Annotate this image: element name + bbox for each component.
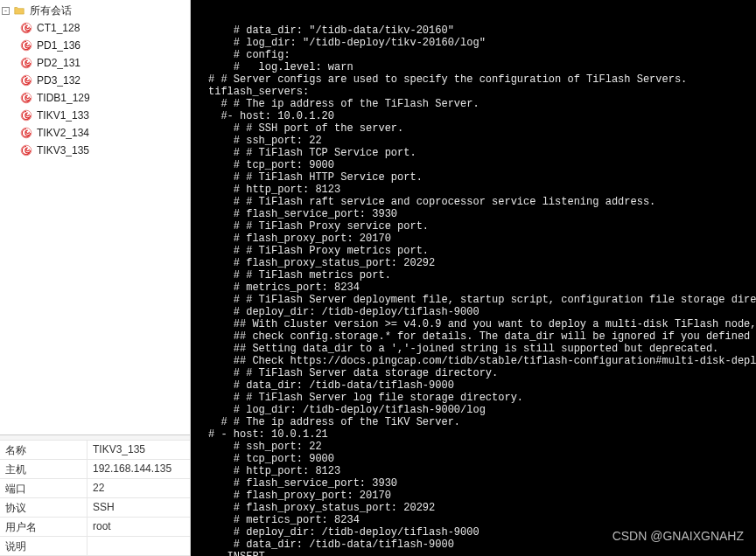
terminal-line: # ssh_port: 22 (208, 441, 752, 453)
session-icon (19, 38, 33, 52)
session-sidebar: - 所有会话 CT1_128PD1_136PD2_131PD3_132TIDB1… (0, 0, 191, 556)
session-icon (19, 126, 33, 140)
terminal-line: # # Server configs are used to specify t… (208, 73, 752, 86)
session-icon (19, 21, 33, 35)
terminal-line: # flash_proxy_port: 20170 (208, 490, 752, 502)
terminal-line: # log_dir: /tidb-deploy/tiflash-9000/log (208, 404, 752, 416)
property-row: 协议SSH (0, 498, 190, 518)
terminal-line: # flash_proxy_status_port: 20292 (208, 502, 752, 514)
terminal-line: ## With cluster version >= v4.0.9 and yo… (208, 318, 752, 330)
terminal-line: # # TiFlash Server data storage director… (208, 367, 752, 379)
terminal-line: # # TiFlash raft service and coprocessor… (208, 196, 752, 208)
property-row: 名称TIKV3_135 (0, 441, 190, 460)
terminal-line: # data_dir: "/tidb-data/tikv-20160" (208, 24, 752, 37)
property-key: 用户名 (0, 518, 88, 536)
tree-root[interactable]: - 所有会话 (0, 2, 190, 19)
terminal-line: ## Setting data_dir to a ','-joined stri… (208, 343, 752, 355)
terminal-line: -- INSERT -- (208, 551, 752, 556)
terminal-line: ## Check https://docs.pingcap.com/tidb/s… (208, 355, 752, 367)
terminal-line: # # TiFlash Proxy metrics port. (208, 245, 752, 257)
terminal-line: # data_dir: /tidb-data/tiflash-9000 (208, 379, 752, 392)
session-item[interactable]: PD3_132 (19, 72, 190, 89)
terminal-content: # data_dir: "/tidb-data/tikv-20160" # lo… (208, 24, 752, 556)
terminal-line: # tcp_port: 9000 (208, 159, 752, 171)
property-value[interactable] (88, 537, 190, 555)
session-label: TIDB1_129 (37, 92, 90, 104)
terminal-line: # config: (208, 49, 752, 61)
terminal-line: tiflash_servers: (208, 86, 752, 98)
session-item[interactable]: PD2_131 (19, 54, 190, 72)
session-item[interactable]: TIKV3_135 (19, 142, 190, 159)
property-row: 说明 (0, 537, 190, 556)
session-item[interactable]: TIKV1_133 (19, 107, 190, 124)
terminal-line: # # SSH port of the server. (208, 122, 752, 135)
property-row: 主机192.168.144.135 (0, 460, 190, 479)
property-key: 名称 (0, 441, 88, 459)
terminal-line: ## check config.storage.* for details. T… (208, 330, 752, 343)
terminal-line: # # TiFlash Server log file storage dire… (208, 392, 752, 404)
terminal-line: # flash_proxy_port: 20170 (208, 233, 752, 245)
session-label: PD2_131 (37, 57, 80, 69)
session-icon (19, 73, 33, 87)
terminal-line: # # TiFlash Server deployment file, star… (208, 294, 752, 306)
terminal-line: # # TiFlash metrics port. (208, 269, 752, 281)
session-item[interactable]: TIDB1_129 (19, 89, 190, 107)
property-value[interactable]: 192.168.144.135 (88, 460, 190, 478)
terminal-line: # metrics_port: 8234 (208, 514, 752, 526)
terminal-line: # http_port: 8123 (208, 465, 752, 477)
session-label: CT1_128 (37, 22, 80, 34)
session-tree: - 所有会话 CT1_128PD1_136PD2_131PD3_132TIDB1… (0, 0, 190, 434)
session-label: PD1_136 (37, 39, 80, 52)
property-value[interactable]: SSH (88, 498, 190, 517)
terminal-line: # deploy_dir: /tidb-deploy/tiflash-9000 (208, 306, 752, 318)
session-label: TIKV2_134 (37, 127, 89, 139)
property-key: 说明 (0, 537, 88, 555)
terminal-line: # http_port: 8123 (208, 184, 752, 196)
property-value[interactable]: 22 (88, 479, 190, 497)
session-icon (19, 56, 33, 70)
session-icon (19, 143, 33, 157)
property-row: 端口22 (0, 479, 190, 498)
terminal-line: # flash_proxy_status_port: 20292 (208, 257, 752, 269)
terminal-line: # deploy_dir: /tidb-deploy/tiflash-9000 (208, 526, 752, 539)
terminal-line: # - host: 10.0.1.21 (208, 428, 752, 441)
session-label: TIKV1_133 (37, 109, 89, 122)
property-row: 用户名root (0, 518, 190, 537)
terminal-line: # # TiFlash Proxy service port. (208, 220, 752, 233)
property-key: 主机 (0, 460, 88, 478)
terminal-line: # # The ip address of the TiKV Server. (208, 416, 752, 428)
terminal-line: # flash_service_port: 3930 (208, 477, 752, 490)
property-grid: 名称TIKV3_135主机192.168.144.135端口22协议SSH用户名… (0, 434, 190, 556)
tree-expander-icon[interactable]: - (2, 7, 10, 15)
terminal-line: # metrics_port: 8234 (208, 281, 752, 294)
session-label: PD3_132 (37, 74, 80, 87)
property-key: 端口 (0, 479, 88, 497)
terminal-line: # data_dir: /tidb-data/tiflash-9000 (208, 539, 752, 551)
terminal-line: # # The ip address of the TiFlash Server… (208, 98, 752, 110)
property-key: 协议 (0, 498, 88, 517)
session-item[interactable]: CT1_128 (19, 19, 190, 37)
folder-icon (12, 3, 26, 17)
tree-children: CT1_128PD1_136PD2_131PD3_132TIDB1_129TIK… (0, 19, 190, 159)
terminal-line: # # TiFlash TCP Service port. (208, 147, 752, 159)
session-icon (19, 91, 33, 105)
property-value[interactable]: root (88, 518, 190, 536)
app-root: - 所有会话 CT1_128PD1_136PD2_131PD3_132TIDB1… (0, 0, 756, 556)
session-label: TIKV3_135 (37, 144, 89, 156)
terminal-line: # tcp_port: 9000 (208, 453, 752, 465)
tree-root-label: 所有会话 (30, 3, 72, 18)
terminal-line: # ssh_port: 22 (208, 135, 752, 147)
session-item[interactable]: PD1_136 (19, 37, 190, 54)
terminal-line: # flash_service_port: 3930 (208, 208, 752, 220)
terminal-line: # log.level: warn (208, 61, 752, 73)
terminal[interactable]: # data_dir: "/tidb-data/tikv-20160" # lo… (191, 0, 756, 556)
terminal-line: # log_dir: "/tidb-deploy/tikv-20160/log" (208, 37, 752, 49)
terminal-line: # # TiFlash HTTP Service port. (208, 171, 752, 184)
session-icon (19, 108, 33, 122)
property-value[interactable]: TIKV3_135 (88, 441, 190, 459)
terminal-line: #- host: 10.0.1.20 (208, 110, 752, 122)
session-item[interactable]: TIKV2_134 (19, 124, 190, 142)
